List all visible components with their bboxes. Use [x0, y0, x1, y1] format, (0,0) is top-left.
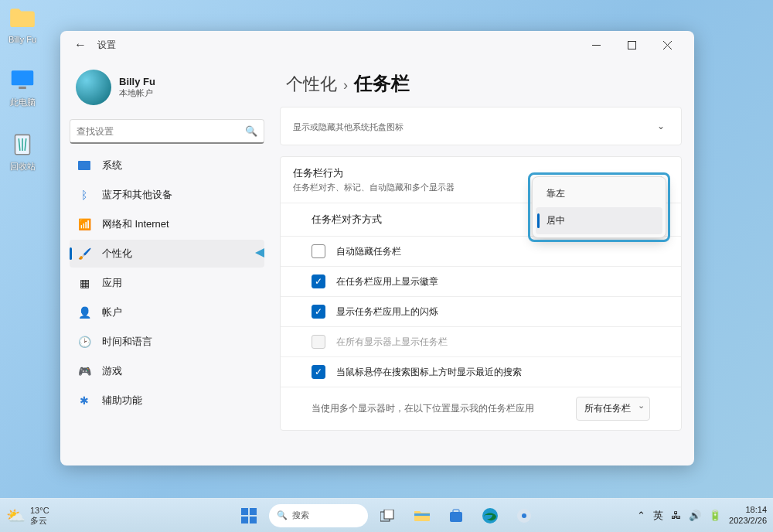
- minimize-icon: [592, 41, 601, 49]
- desktop-icon-folder[interactable]: Billy Fu: [8, 4, 37, 44]
- taskbar: ⛅ 13°C 多云 🔍搜索 ⌃ 英 🖧 🔊 🔋 18:14 2023/2/26: [0, 498, 773, 532]
- sidebar-item-personalization[interactable]: 🖌️个性化: [70, 240, 264, 268]
- volume-icon[interactable]: 🔊: [689, 510, 701, 521]
- sidebar-item-gaming[interactable]: 🎮游戏: [70, 357, 264, 385]
- start-button[interactable]: [235, 502, 263, 530]
- svg-rect-1: [19, 87, 26, 89]
- clock-date: 2023/2/26: [729, 516, 767, 526]
- multi-display-row: 当使用多个显示器时，在以下位置显示我的任务栏应用 所有任务栏: [281, 387, 681, 430]
- taskbar-search[interactable]: 🔍搜索: [269, 504, 368, 527]
- weather-condition: 多云: [30, 516, 49, 525]
- maximize-icon: [628, 41, 636, 49]
- svg-rect-0: [12, 70, 34, 85]
- gamepad-icon: 🎮: [77, 364, 91, 378]
- taskbar-center: 🔍搜索: [235, 502, 538, 530]
- option-label: 显示任务栏应用上的闪烁: [336, 305, 438, 319]
- system-tray: ⌃ 英 🖧 🔊 🔋 18:14 2023/2/26: [637, 505, 767, 525]
- sidebar-item-label: 系统: [102, 159, 122, 172]
- checkbox-checked[interactable]: ✓: [312, 275, 325, 288]
- multi-display-text: 当使用多个显示器时，在以下位置显示我的任务栏应用: [312, 402, 567, 415]
- settings-window: ← 设置 Billy Fu 本地帐户 🔍 系统 ᛒ蓝牙和其他设备: [60, 31, 694, 466]
- sidebar-item-bluetooth[interactable]: ᛒ蓝牙和其他设备: [70, 181, 264, 209]
- sidebar-item-accessibility[interactable]: ✱辅助功能: [70, 387, 264, 414]
- sidebar-item-time-language[interactable]: 🕑时间和语言: [70, 328, 264, 356]
- bluetooth-icon: ᛒ: [77, 188, 91, 202]
- sidebar-item-accounts[interactable]: 👤帐户: [70, 298, 264, 326]
- option-auto-hide[interactable]: 自动隐藏任务栏: [281, 236, 681, 266]
- close-button[interactable]: [649, 32, 685, 57]
- edge-icon: [482, 507, 499, 524]
- sidebar-item-network[interactable]: 📶网络和 Internet: [70, 210, 264, 238]
- taskbar-search-label: 搜索: [292, 510, 309, 521]
- search-input[interactable]: [77, 126, 257, 137]
- option-show-flashing[interactable]: ✓ 显示任务栏应用上的闪烁: [281, 296, 681, 326]
- alignment-label: 任务栏对齐方式: [312, 213, 382, 225]
- sidebar-item-label: 帐户: [102, 305, 122, 319]
- recycle-bin-icon: [8, 130, 37, 159]
- sidebar-item-system[interactable]: 系统: [70, 152, 264, 179]
- svg-rect-12: [241, 517, 248, 523]
- clock-icon: 🕑: [77, 335, 91, 349]
- option-recent-searches[interactable]: ✓ 当鼠标悬停在搜索图标上方时显示最近的搜索: [281, 356, 681, 387]
- sidebar-item-label: 蓝牙和其他设备: [102, 188, 172, 202]
- system-icon: [77, 159, 91, 172]
- sidebar-item-label: 游戏: [102, 364, 122, 378]
- settings-button[interactable]: [510, 502, 538, 530]
- svg-rect-16: [414, 513, 430, 516]
- alignment-option-left[interactable]: 靠左: [536, 180, 662, 207]
- desktop-icon-label: 回收站: [10, 161, 36, 172]
- weather-widget[interactable]: ⛅ 13°C 多云: [6, 506, 49, 524]
- search-box[interactable]: 🔍: [70, 119, 264, 144]
- option-label: 在任务栏应用上显示徽章: [336, 275, 438, 288]
- back-button[interactable]: ←: [70, 34, 91, 56]
- breadcrumb-current: 任务栏: [354, 71, 410, 96]
- profile-block[interactable]: Billy Fu 本地帐户: [70, 66, 264, 113]
- svg-rect-10: [241, 508, 248, 515]
- edge-button[interactable]: [476, 502, 504, 530]
- sidebar-item-label: 个性化: [102, 247, 132, 261]
- folder-icon: [8, 4, 37, 33]
- tray-icons-card[interactable]: 显示或隐藏其他系统托盘图标 ⌄: [280, 107, 682, 145]
- svg-rect-4: [628, 41, 635, 49]
- breadcrumb-parent[interactable]: 个性化: [286, 73, 337, 96]
- alignment-option-center[interactable]: 居中: [536, 207, 662, 234]
- option-label: 当鼠标悬停在搜索图标上方时显示最近的搜索: [336, 366, 522, 379]
- close-icon: [663, 41, 672, 49]
- apps-icon: ▦: [77, 276, 91, 290]
- ime-indicator[interactable]: 英: [653, 509, 663, 523]
- task-view-icon: [380, 510, 396, 522]
- nav-list: 系统 ᛒ蓝牙和其他设备 📶网络和 Internet 🖌️个性化 ▦应用 👤帐户 …: [70, 152, 264, 414]
- multi-display-dropdown[interactable]: 所有任务栏: [576, 397, 650, 421]
- network-icon[interactable]: 🖧: [671, 510, 681, 521]
- clock-time: 18:14: [729, 505, 767, 515]
- alignment-popup: 靠左 居中: [532, 176, 666, 238]
- explorer-button[interactable]: [408, 502, 436, 530]
- option-show-badges[interactable]: ✓ 在任务栏应用上显示徽章: [281, 266, 681, 296]
- svg-rect-15: [384, 510, 393, 519]
- battery-icon[interactable]: 🔋: [709, 510, 721, 521]
- chevron-down-icon[interactable]: ⌄: [653, 121, 669, 131]
- person-icon: 👤: [77, 305, 91, 319]
- tray-overflow-button[interactable]: ⌃: [637, 510, 645, 521]
- brush-icon: 🖌️: [77, 247, 91, 261]
- sidebar-item-label: 网络和 Internet: [102, 217, 169, 231]
- profile-name: Billy Fu: [119, 76, 155, 87]
- task-view-button[interactable]: [374, 502, 402, 530]
- minimize-button[interactable]: [578, 32, 614, 57]
- window-title: 设置: [97, 39, 116, 52]
- checkbox-checked[interactable]: ✓: [312, 305, 325, 319]
- maximize-button[interactable]: [614, 32, 649, 57]
- card-subtitle: 显示或隐藏其他系统托盘图标: [293, 121, 644, 133]
- desktop-icon-this-pc[interactable]: 此电脑: [8, 66, 37, 108]
- window-controls: [578, 32, 685, 57]
- svg-rect-17: [450, 512, 462, 522]
- svg-rect-11: [250, 508, 257, 515]
- store-button[interactable]: [442, 502, 470, 530]
- clock[interactable]: 18:14 2023/2/26: [729, 505, 767, 525]
- sidebar-item-apps[interactable]: ▦应用: [70, 269, 264, 297]
- chevron-right-icon: ›: [343, 77, 348, 94]
- checkbox-checked[interactable]: ✓: [312, 365, 325, 379]
- desktop-icon-recycle-bin[interactable]: 回收站: [8, 130, 37, 172]
- checkbox[interactable]: [312, 244, 325, 258]
- breadcrumb: 个性化 › 任务栏: [280, 65, 682, 107]
